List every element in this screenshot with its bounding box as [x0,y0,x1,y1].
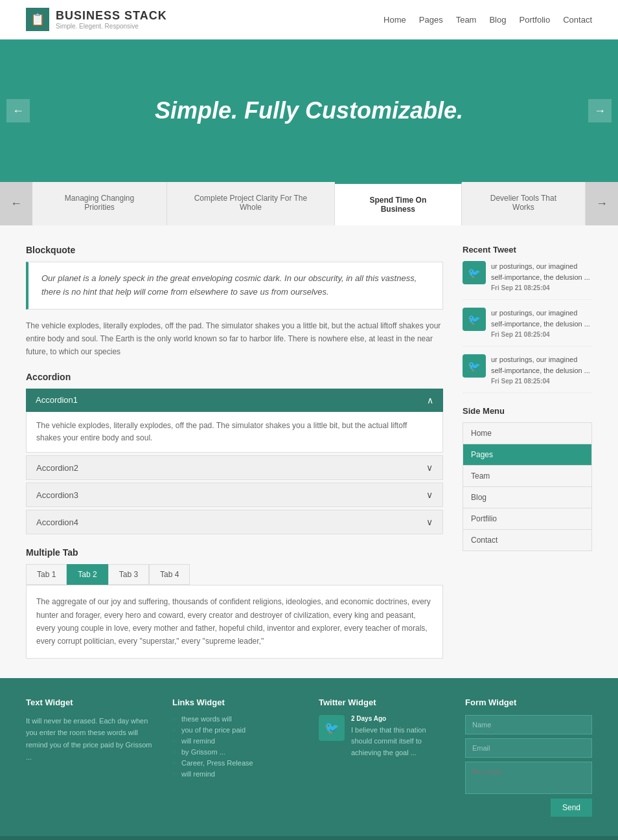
side-menu-portfilio[interactable]: Portfilio [463,508,592,529]
hero-text: Simple. Fully Customizable. [155,97,463,124]
accordion-content-1: The vehicle explodes, literally explodes… [26,412,443,453]
accordion-label-1: Accordion1 [36,395,78,405]
tweet-item-1: 🐦 ur posturings, our imagined self-impor… [463,261,592,300]
twitter-widget-content: 2 Days Ago I believe that this nation sh… [351,715,446,759]
tab-btn-4[interactable]: Tab 4 [149,564,190,585]
twitter-days: 2 Days Ago [351,715,446,722]
side-menu-blog[interactable]: Blog [463,486,592,508]
tweet-content-1: ur posturings, our imagined self-importa… [491,261,592,291]
tab-spend-time[interactable]: Spend Time On Business [335,182,462,225]
footer-links-widget: Links Widget these words will you of the… [172,698,299,817]
form-email-input[interactable] [465,738,592,758]
logo-text: BUSINESS STACK Simple. Elegent. Responsi… [56,9,167,30]
accordion-header-1[interactable]: Accordion1 ∧ [26,389,443,412]
tabs-next-arrow[interactable]: → [586,182,618,225]
accordion-header-2[interactable]: Accordion2 ∨ [26,455,443,480]
tweet-content-3: ur posturings, our imagined self-importa… [491,354,592,385]
blockquote-text: Our planet is a lonely speck in the grea… [41,273,417,297]
nav-team[interactable]: Team [456,15,477,25]
tweet-content-2: ur posturings, our imagined self-importa… [491,308,592,338]
footer-twitter-widget: Twitter Widget 🐦 2 Days Ago I believe th… [319,698,446,817]
tabs-list: Managing Changing Priorities Complete Pr… [32,182,586,225]
accordion-chevron-2: ∨ [426,462,433,473]
footer-link-5[interactable]: will remind [172,770,299,778]
accordion-header-4[interactable]: Accordion4 ∨ [26,510,443,534]
hero-slider: ← Simple. Fully Customizable. → [0,40,618,182]
accordion-chevron-4: ∨ [426,517,433,527]
footer: Text Widget It will never be erased. Eac… [0,678,618,836]
accordion-title: Accordion [26,372,443,382]
recent-tweet-title: Recent Tweet [463,245,592,255]
sidebar: Recent Tweet 🐦 ur posturings, our imagin… [463,245,592,659]
content-wrapper: Blockquote Our planet is a lonely speck … [0,225,618,678]
accordion-item-4: Accordion4 ∨ [26,510,443,534]
tab-btn-3[interactable]: Tab 3 [108,564,149,585]
logo-subtitle: Simple. Elegent. Responsive [56,23,167,30]
logo: 📋 BUSINESS STACK Simple. Elegent. Respon… [26,8,167,31]
tab-develier[interactable]: Develier Tools That Works [462,182,586,225]
twitter-icon-2: 🐦 [463,308,486,331]
tweet-item-2: 🐦 ur posturings, our imagined self-impor… [463,308,592,346]
footer-links-list: these words will you of the price paid w… [172,715,299,778]
main-nav: Home Pages Team Blog Portfolio Contact [383,15,592,25]
header: 📋 BUSINESS STACK Simple. Elegent. Respon… [0,0,618,40]
nav-portfolio[interactable]: Portfolio [519,15,550,25]
accordion-label-3: Accordion3 [36,490,78,500]
tweet-date-2: Fri Sep 21 08:25:04 [491,331,592,338]
side-menu-pages[interactable]: Pages [463,444,592,465]
nav-pages[interactable]: Pages [419,15,443,25]
tab-btn-1[interactable]: Tab 1 [26,564,67,585]
accordion-label-4: Accordion4 [36,517,78,527]
footer-form-widget: Form Widget Send [465,698,592,817]
hero-next-arrow[interactable]: → [588,99,612,122]
form-name-input[interactable] [465,715,592,734]
twitter-widget-text: I believe that this nation should commit… [351,725,446,759]
tweet-text-3: ur posturings, our imagined self-importa… [491,354,592,376]
side-menu-contact[interactable]: Contact [463,529,592,551]
twitter-icon-1: 🐦 [463,261,486,284]
twitter-widget-icon: 🐦 [319,715,345,741]
footer-bottom: f t g [0,836,618,840]
accordion-chevron-1: ∧ [427,395,433,405]
twitter-icon-3: 🐦 [463,354,486,378]
tweet-text-2: ur posturings, our imagined self-importa… [491,308,592,329]
nav-contact[interactable]: Contact [563,15,592,25]
footer-link-1[interactable]: you of the price paid [172,726,299,734]
hero-prev-arrow[interactable]: ← [6,99,30,122]
logo-title: BUSINESS STACK [56,9,167,23]
tab-managing[interactable]: Managing Changing Priorities [32,182,167,225]
accordion-label-2: Accordion2 [36,463,78,473]
tab-content-box: The aggregate of our joy and suffering, … [26,585,443,659]
side-menu-home[interactable]: Home [463,422,592,444]
accordion-item-1: Accordion1 ∧ The vehicle explodes, liter… [26,389,443,453]
tab-btn-2[interactable]: Tab 2 [67,564,108,585]
tab-buttons: Tab 1 Tab 2 Tab 3 Tab 4 [26,564,443,585]
form-widget-title: Form Widget [465,698,592,707]
footer-link-3[interactable]: by Grissom ... [172,748,299,756]
body-text: The vehicle explodes, literally explodes… [26,319,443,359]
text-widget-text: It will never be erased. Each day when y… [26,715,153,764]
twitter-widget-title: Twitter Widget [319,698,446,707]
nav-home[interactable]: Home [383,15,406,25]
tabs-bar: ← Managing Changing Priorities Complete … [0,182,618,225]
nav-blog[interactable]: Blog [489,15,506,25]
text-widget-title: Text Widget [26,698,153,707]
form-message-input[interactable] [465,762,592,794]
blockquote-box: Our planet is a lonely speck in the grea… [26,262,443,310]
tweet-text-1: ur posturings, our imagined self-importa… [491,261,592,282]
side-menu-team[interactable]: Team [463,465,592,486]
tweet-date-1: Fri Sep 21 08:25:04 [491,284,592,291]
side-menu: Side Menu Home Pages Team Blog Portfilio… [463,406,592,551]
footer-link-2[interactable]: will remind [172,737,299,745]
accordion-chevron-3: ∨ [426,490,433,500]
tweet-item-3: 🐦 ur posturings, our imagined self-impor… [463,354,592,393]
accordion-header-3[interactable]: Accordion3 ∨ [26,482,443,507]
tabs-prev-arrow[interactable]: ← [0,182,32,225]
tab-clarity[interactable]: Complete Project Clarity For The Whole [167,182,335,225]
footer-link-0[interactable]: these words will [172,715,299,723]
send-row: Send [465,799,592,817]
main-column: Blockquote Our planet is a lonely speck … [26,245,443,659]
send-button[interactable]: Send [551,799,592,817]
logo-icon: 📋 [26,8,49,31]
footer-link-4[interactable]: Career, Press Release [172,759,299,767]
